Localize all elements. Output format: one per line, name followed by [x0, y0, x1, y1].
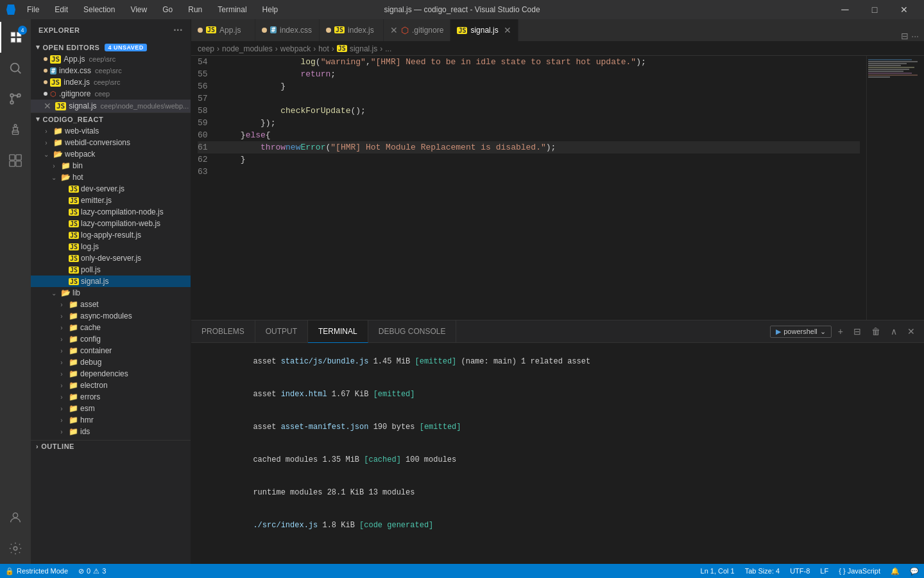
- editor-file-indexcss[interactable]: # index.css ceep\src: [31, 65, 191, 76]
- menu-help[interactable]: Help: [259, 4, 282, 15]
- tree-lib[interactable]: ⌄ 📂 lib: [31, 287, 191, 299]
- tree-dependencies[interactable]: › 📁 dependencies: [31, 368, 191, 380]
- status-feedback[interactable]: 💬: [905, 564, 924, 578]
- activity-settings[interactable]: [0, 533, 31, 564]
- close-icon[interactable]: ✕: [44, 101, 51, 111]
- tab-signaljs[interactable]: JS signal.js ✕: [450, 19, 518, 41]
- tab-indexjs[interactable]: JS index.js: [320, 19, 384, 41]
- tree-electron[interactable]: › 📁 electron: [31, 380, 191, 391]
- editor-file-gitignore[interactable]: ⬡ .gitignore ceep: [31, 88, 191, 100]
- open-editors-toggle[interactable]: ▾ OPEN EDITORS 4 UNSAVED: [31, 41, 191, 53]
- tab-terminal[interactable]: TERMINAL: [308, 320, 368, 343]
- tree-poll[interactable]: JS poll.js: [31, 264, 191, 276]
- tab-size-label: Tab Size: 4: [745, 567, 780, 575]
- activity-source-control[interactable]: [0, 83, 31, 114]
- tab-label: index.css: [280, 26, 312, 35]
- code-editor[interactable]: 54 log ( "warning" , "[HMR] Need to be i…: [191, 56, 924, 320]
- tree-asset[interactable]: › 📁 asset: [31, 299, 191, 310]
- split-terminal-button[interactable]: ⊟: [850, 324, 865, 339]
- menu-terminal[interactable]: Terminal: [214, 4, 250, 15]
- breadcrumb-node-modules[interactable]: node_modules: [222, 44, 273, 53]
- breadcrumb-file[interactable]: signal.js: [350, 44, 377, 53]
- minimize-button[interactable]: ─: [830, 0, 860, 19]
- close-terminal-button[interactable]: ✕: [903, 324, 919, 339]
- activity-extensions[interactable]: [0, 145, 31, 176]
- tree-errors[interactable]: › 📁 errors: [31, 391, 191, 403]
- sidebar-more-button[interactable]: ···: [173, 24, 183, 36]
- status-language[interactable]: { } JavaScript: [834, 564, 886, 578]
- tree-hot[interactable]: ⌄ 📂 hot: [31, 171, 191, 183]
- tree-log-apply[interactable]: JS log-apply-result.js: [31, 229, 191, 241]
- folder-icon: 📁: [69, 323, 78, 332]
- svg-rect-6: [12, 132, 18, 135]
- tree-lazy-web[interactable]: JS lazy-compilation-web.js: [31, 218, 191, 229]
- maximize-button[interactable]: □: [860, 0, 889, 19]
- breadcrumb-webpack[interactable]: webpack: [280, 44, 311, 53]
- tree-only-dev[interactable]: JS only-dev-server.js: [31, 252, 191, 264]
- status-restricted-mode[interactable]: 🔒 Restricted Mode: [0, 564, 73, 578]
- tab-appjs[interactable]: JS App.js: [191, 19, 255, 41]
- tree-lazy-node[interactable]: JS lazy-compilation-node.js: [31, 206, 191, 218]
- tab-label: signal.js: [470, 26, 498, 35]
- status-errors[interactable]: ⊘ 0 ⚠ 3: [73, 564, 111, 578]
- status-eol[interactable]: LF: [815, 564, 834, 578]
- status-tab-size[interactable]: Tab Size: 4: [740, 564, 785, 578]
- activity-debug[interactable]: [0, 114, 31, 145]
- tab-indexcss[interactable]: # index.css: [255, 19, 320, 41]
- menu-run[interactable]: Run: [184, 4, 206, 15]
- activity-explorer[interactable]: 4: [0, 22, 31, 53]
- breadcrumb-hot[interactable]: hot: [318, 44, 329, 53]
- tree-hmr[interactable]: › 📁 hmr: [31, 414, 191, 426]
- activity-account[interactable]: [0, 502, 31, 533]
- tree-cache[interactable]: › 📁 cache: [31, 322, 191, 333]
- menu-edit[interactable]: Edit: [51, 4, 72, 15]
- breadcrumb-symbol[interactable]: ...: [385, 44, 391, 53]
- file-name: index.js: [64, 78, 90, 87]
- tree-container[interactable]: › 📁 container: [31, 345, 191, 356]
- terminal-tabs-bar: PROBLEMS OUTPUT TERMINAL DEBUG CONSOLE ▶…: [191, 320, 924, 343]
- tree-webpack[interactable]: ⌄ 📂 webpack: [31, 148, 191, 160]
- split-editor-button[interactable]: ⊟: [901, 31, 909, 41]
- tree-dev-server[interactable]: JS dev-server.js: [31, 183, 191, 195]
- tree-signal[interactable]: JS signal.js: [31, 276, 191, 287]
- tree-log[interactable]: JS log.js: [31, 241, 191, 252]
- tree-esm[interactable]: › 📁 esm: [31, 403, 191, 414]
- editor-file-appjs[interactable]: JS App.js ceep\src: [31, 53, 191, 65]
- code-line-62: 62 }: [198, 153, 860, 166]
- trash-terminal-button[interactable]: 🗑: [868, 324, 884, 339]
- tab-close-icon[interactable]: ✕: [390, 25, 398, 35]
- more-tabs-button[interactable]: ···: [911, 31, 919, 41]
- tab-output[interactable]: OUTPUT: [255, 320, 308, 343]
- tab-problems[interactable]: PROBLEMS: [191, 320, 255, 343]
- close-button[interactable]: ✕: [889, 0, 919, 19]
- tree-config[interactable]: › 📁 config: [31, 333, 191, 345]
- status-position[interactable]: Ln 1, Col 1: [696, 564, 740, 578]
- activity-search[interactable]: [0, 53, 31, 83]
- tree-emitter[interactable]: JS emitter.js: [31, 195, 191, 206]
- expand-terminal-button[interactable]: ∧: [887, 324, 901, 339]
- folder-icon: 📁: [53, 138, 63, 147]
- status-notifications[interactable]: 🔔: [886, 564, 905, 578]
- tree-webidl[interactable]: › 📁 webidl-conversions: [31, 137, 191, 148]
- tab-debug-console[interactable]: DEBUG CONSOLE: [368, 320, 457, 343]
- tree-async-modules[interactable]: › 📁 async-modules: [31, 310, 191, 322]
- menu-go[interactable]: Go: [158, 4, 176, 15]
- project-toggle[interactable]: ▾ CODIGO_REACT: [31, 113, 191, 125]
- editor-file-signaljs[interactable]: ✕ JS signal.js ceep\node_modules\webp...: [31, 100, 191, 112]
- tab-gitignore[interactable]: ✕ ⬡ .gitignore: [384, 19, 450, 41]
- menu-selection[interactable]: Selection: [80, 4, 119, 15]
- breadcrumb-ceep[interactable]: ceep: [198, 44, 214, 53]
- powershell-selector[interactable]: ▶ powershell ⌄: [770, 326, 832, 338]
- add-terminal-button[interactable]: +: [834, 324, 847, 339]
- editor-file-indexjs[interactable]: JS index.js ceep\src: [31, 76, 191, 88]
- close-tab-button[interactable]: ✕: [504, 25, 511, 35]
- menu-view[interactable]: View: [126, 4, 151, 15]
- status-encoding[interactable]: UTF-8: [785, 564, 815, 578]
- terminal-content[interactable]: asset static/js/bundle.js 1.45 MiB [emit…: [191, 343, 924, 564]
- tree-ids[interactable]: › 📁 ids: [31, 426, 191, 437]
- tree-debug[interactable]: › 📁 debug: [31, 356, 191, 368]
- tree-web-vitals[interactable]: › 📁 web-vitals: [31, 125, 191, 137]
- outline-toggle[interactable]: › OUTLINE: [31, 440, 191, 452]
- tree-bin[interactable]: › 📁 bin: [31, 160, 191, 171]
- menu-file[interactable]: File: [23, 4, 43, 15]
